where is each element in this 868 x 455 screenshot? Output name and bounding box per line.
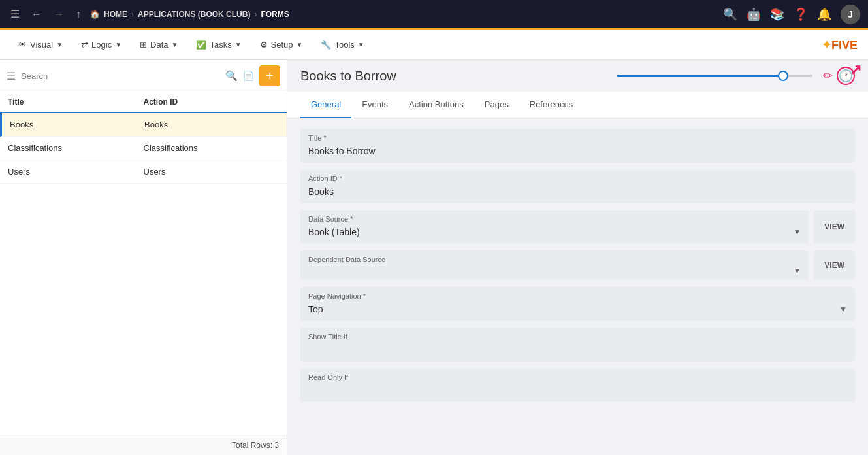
dependent-source-view-button[interactable]: VIEW <box>814 250 855 280</box>
forward-button[interactable]: → <box>51 6 67 23</box>
title-label: Title * <box>308 134 847 142</box>
data-source-view-button[interactable]: VIEW <box>814 210 855 244</box>
tasks-label: Tasks <box>210 40 231 50</box>
setup-label: Setup <box>271 40 293 50</box>
search-input[interactable] <box>21 71 220 81</box>
nav-item-logic[interactable]: ⇄ Logic ▼ <box>73 36 129 54</box>
history-button[interactable]: 🕐 <box>837 67 855 85</box>
title-input[interactable] <box>308 144 847 158</box>
bell-icon[interactable]: 🔔 <box>817 7 831 22</box>
page-nav-value: Top <box>308 303 839 316</box>
search-nav-icon[interactable]: 🔍 <box>723 7 737 22</box>
robot-icon[interactable]: 🤖 <box>747 7 761 22</box>
data-source-group: Data Source * Book (Table) ▼ VIEW <box>300 210 855 244</box>
visual-label: Visual <box>30 40 53 50</box>
breadcrumb-home[interactable]: HOME <box>104 10 127 19</box>
visual-icon: 👁 <box>18 40 27 50</box>
form-area: Title * Action ID * Data Source * Book (… <box>287 118 868 455</box>
detail-slider[interactable] <box>617 75 812 77</box>
help-icon[interactable]: ❓ <box>794 7 808 22</box>
setup-icon: ⚙ <box>260 40 268 50</box>
menu-icon[interactable]: ☰ <box>8 5 22 23</box>
action-id-field: Action ID * <box>300 169 855 203</box>
nav-item-data[interactable]: ⊞ Data ▼ <box>132 36 185 54</box>
tools-label: Tools <box>334 40 354 50</box>
show-title-input[interactable] <box>308 343 847 356</box>
back-button[interactable]: ← <box>29 6 44 23</box>
logic-label: Logic <box>91 40 112 50</box>
read-only-input[interactable] <box>308 384 847 397</box>
sidebar-footer: Total Rows: 3 <box>0 435 287 455</box>
data-source-value: Book (Table) <box>308 226 793 239</box>
sidebar: ☰ 🔍 📄 + Title Action ID Books Books Clas… <box>0 60 287 455</box>
books-icon[interactable]: 📚 <box>770 7 784 22</box>
action-id-input[interactable] <box>308 185 847 198</box>
avatar[interactable]: J <box>841 5 860 24</box>
five-logo: ✦FIVE <box>822 38 858 52</box>
sidebar-table: Title Action ID Books Books Classificati… <box>0 92 287 435</box>
up-button[interactable]: ↑ <box>73 6 84 23</box>
data-icon: ⊞ <box>140 40 147 50</box>
tab-pages[interactable]: Pages <box>474 92 519 118</box>
nav-item-tasks[interactable]: ✅ Tasks ▼ <box>188 36 249 54</box>
row-classifications-action: Classifications <box>144 143 280 153</box>
breadcrumb-app[interactable]: APPLICATIONS (BOOK CLUB) <box>138 10 250 19</box>
setup-chevron: ▼ <box>297 41 303 48</box>
detail-tabs: General Events Action Buttons Pages Refe… <box>287 92 868 118</box>
detail-panel: Books to Borrow ✏ 🕐 ↗ General Events Act… <box>287 60 868 455</box>
document-icon[interactable]: 📄 <box>243 71 254 81</box>
dependent-source-chevron[interactable]: ▼ <box>793 266 801 275</box>
data-chevron: ▼ <box>172 41 178 48</box>
secondary-nav-bar: 👁 Visual ▼ ⇄ Logic ▼ ⊞ Data ▼ ✅ Tasks ▼ … <box>0 30 868 60</box>
nav-item-visual[interactable]: 👁 Visual ▼ <box>10 36 71 54</box>
title-field: Title * <box>300 129 855 163</box>
row-users-action: Users <box>144 167 280 177</box>
detail-title: Books to Borrow <box>300 69 606 84</box>
action-id-label: Action ID * <box>308 175 847 182</box>
row-users-title: Users <box>8 167 144 177</box>
logic-chevron: ▼ <box>115 41 121 48</box>
page-nav-label: Page Navigation * <box>308 292 847 300</box>
sidebar-row-users[interactable]: Users Users <box>0 160 287 184</box>
tools-icon: 🔧 <box>321 40 331 50</box>
data-label: Data <box>150 40 168 50</box>
total-rows-label: Total Rows: 3 <box>232 441 279 450</box>
sidebar-row-classifications[interactable]: Classifications Classifications <box>0 137 287 160</box>
column-action-header: Action ID <box>144 97 280 107</box>
tab-events[interactable]: Events <box>351 92 398 118</box>
row-books-title: Books <box>10 120 144 129</box>
dependent-source-label: Dependent Data Source <box>308 256 801 263</box>
sidebar-search-bar: ☰ 🔍 📄 + <box>0 60 287 92</box>
dependent-source-group: Dependent Data Source ▼ VIEW <box>300 250 855 280</box>
visual-chevron: ▼ <box>56 41 63 48</box>
tools-chevron: ▼ <box>358 41 364 48</box>
show-title-field: Show Title If <box>300 328 855 362</box>
sidebar-menu-icon[interactable]: ☰ <box>7 70 16 82</box>
sidebar-table-header: Title Action ID <box>0 92 287 113</box>
main-content: ☰ 🔍 📄 + Title Action ID Books Books Clas… <box>0 60 868 455</box>
breadcrumb-forms[interactable]: FORMS <box>261 10 289 19</box>
nav-item-setup[interactable]: ⚙ Setup ▼ <box>252 36 311 54</box>
tasks-chevron: ▼ <box>235 41 242 48</box>
tab-action-buttons[interactable]: Action Buttons <box>398 92 474 118</box>
tab-references[interactable]: References <box>519 92 583 118</box>
row-books-action: Books <box>144 120 279 129</box>
detail-header: Books to Borrow ✏ 🕐 ↗ <box>287 60 868 92</box>
home-icon: 🏠 <box>90 10 100 19</box>
edit-button[interactable]: ✏ <box>823 69 833 83</box>
dependent-source-field: Dependent Data Source ▼ <box>300 250 809 280</box>
page-nav-chevron[interactable]: ▼ <box>839 305 847 314</box>
data-source-label: Data Source * <box>308 215 801 223</box>
column-title-header: Title <box>8 97 144 107</box>
nav-item-tools[interactable]: 🔧 Tools ▼ <box>313 36 372 54</box>
data-source-chevron[interactable]: ▼ <box>793 228 801 237</box>
add-button[interactable]: + <box>259 65 280 86</box>
tab-general[interactable]: General <box>300 92 351 118</box>
dependent-source-value <box>308 269 793 272</box>
data-source-field: Data Source * Book (Table) ▼ <box>300 210 809 244</box>
sidebar-row-books[interactable]: Books Books <box>0 113 287 137</box>
row-classifications-title: Classifications <box>8 143 144 153</box>
read-only-field: Read Only If <box>300 368 855 402</box>
search-button[interactable]: 🔍 <box>225 70 238 82</box>
tasks-icon: ✅ <box>196 40 206 50</box>
